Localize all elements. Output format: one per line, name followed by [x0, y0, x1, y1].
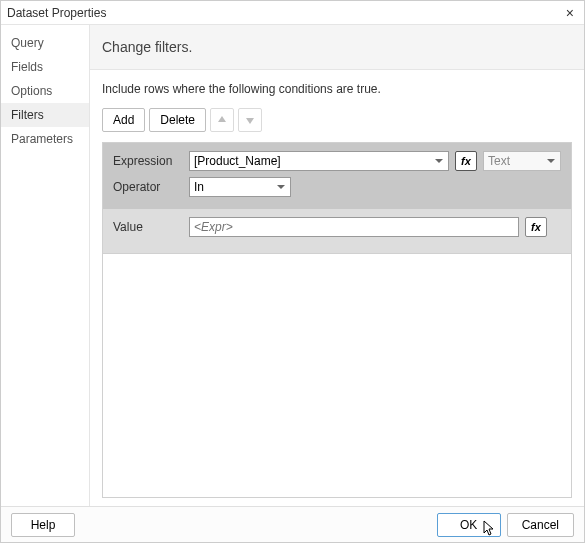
sidebar-item-label: Filters: [11, 108, 44, 122]
move-down-button[interactable]: [238, 108, 262, 132]
operator-select-wrap: In: [189, 177, 291, 197]
window-title: Dataset Properties: [7, 6, 106, 20]
sidebar: Query Fields Options Filters Parameters: [1, 25, 90, 506]
value-input[interactable]: [189, 217, 519, 237]
value-label: Value: [113, 220, 183, 234]
expression-select[interactable]: [Product_Name]: [189, 151, 449, 171]
move-up-button[interactable]: [210, 108, 234, 132]
sidebar-item-label: Query: [11, 36, 44, 50]
sidebar-item-label: Parameters: [11, 132, 73, 146]
expression-fx-button[interactable]: fx: [455, 151, 477, 171]
page-header: Change filters.: [90, 25, 584, 70]
type-select-wrap: Text: [483, 151, 561, 171]
cancel-button[interactable]: Cancel: [507, 513, 574, 537]
filter-body: Value fx: [103, 209, 571, 253]
arrow-down-icon: [245, 113, 255, 128]
sidebar-item-parameters[interactable]: Parameters: [1, 127, 89, 151]
expression-select-wrap: [Product_Name]: [189, 151, 449, 171]
content-pane: Change filters. Include rows where the f…: [90, 25, 584, 506]
titlebar: Dataset Properties ×: [1, 1, 584, 25]
arrow-up-icon: [217, 113, 227, 128]
ok-button[interactable]: OK: [437, 513, 501, 537]
operator-select[interactable]: In: [189, 177, 291, 197]
filters-toolbar: Add Delete: [90, 102, 584, 142]
filter-list-empty: [102, 254, 572, 498]
add-button[interactable]: Add: [102, 108, 145, 132]
page-title: Change filters.: [102, 39, 572, 55]
dialog-footer: Help OK Cancel: [1, 506, 584, 542]
close-button[interactable]: ×: [562, 5, 578, 21]
value-fx-button[interactable]: fx: [525, 217, 547, 237]
operator-label: Operator: [113, 180, 183, 194]
type-select[interactable]: Text: [483, 151, 561, 171]
filter-panel: Expression [Product_Name] fx Text Oper: [102, 142, 572, 254]
expression-label: Expression: [113, 154, 183, 168]
help-button[interactable]: Help: [11, 513, 75, 537]
sidebar-item-filters[interactable]: Filters: [1, 103, 89, 127]
sidebar-item-fields[interactable]: Fields: [1, 55, 89, 79]
sidebar-item-options[interactable]: Options: [1, 79, 89, 103]
value-row: Value fx: [113, 217, 561, 237]
main-area: Query Fields Options Filters Parameters …: [1, 25, 584, 506]
delete-button[interactable]: Delete: [149, 108, 206, 132]
filter-header: Expression [Product_Name] fx Text Oper: [103, 143, 571, 209]
sidebar-item-query[interactable]: Query: [1, 31, 89, 55]
sidebar-item-label: Fields: [11, 60, 43, 74]
sidebar-item-label: Options: [11, 84, 52, 98]
operator-row: Operator In: [113, 177, 561, 197]
expression-row: Expression [Product_Name] fx Text: [113, 151, 561, 171]
instructions-text: Include rows where the following conditi…: [90, 70, 584, 102]
